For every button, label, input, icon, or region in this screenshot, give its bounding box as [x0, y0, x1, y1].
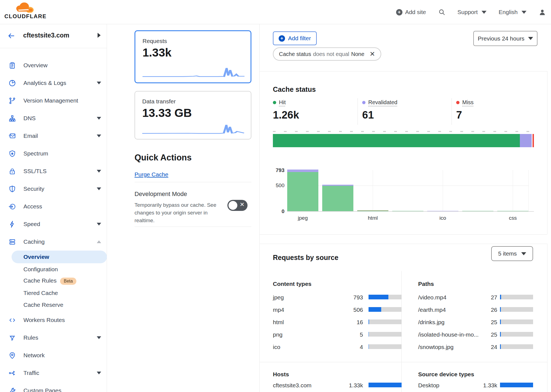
hit-label[interactable]: Hit	[279, 99, 286, 106]
sidebar-item-spectrum[interactable]: Spectrum	[0, 145, 107, 162]
chevron-down-icon	[97, 170, 101, 173]
wrench-icon	[9, 387, 16, 392]
sidebar-item-access[interactable]: Access	[0, 198, 107, 215]
chevron-down-icon	[97, 336, 101, 339]
purge-cache-link[interactable]: Purge Cache	[135, 171, 168, 178]
chevron-down-icon	[528, 37, 533, 40]
sidebar-item-workers-routes[interactable]: Workers Routes	[0, 311, 107, 329]
stack-segment-revalidated	[520, 134, 532, 147]
sidebar-subitem-tiered-cache[interactable]: Tiered Cache	[0, 287, 107, 299]
stat-miss: Miss 7	[456, 99, 474, 121]
items-count-dropdown[interactable]: 5 items	[491, 246, 533, 261]
sidebar-item-analytics-logs[interactable]: Analytics & Logs	[0, 74, 107, 92]
cache-status-stacked-bar	[273, 134, 534, 147]
miss-label[interactable]: Miss	[462, 99, 474, 106]
sidebar-item-custom-pages[interactable]: Custom Pages	[0, 382, 107, 392]
bar-segment-revalidated	[427, 211, 458, 211]
top-header: CLOUDFLARE + Add site Support English	[0, 0, 551, 24]
card-border	[547, 71, 547, 234]
sidebar-item-rules[interactable]: Rules	[0, 329, 107, 347]
revalidated-label[interactable]: Revalidated	[368, 99, 397, 106]
site-header: cftestsite3.com	[0, 24, 107, 48]
y-tick-0: 0	[260, 208, 284, 214]
sidebar-item-network[interactable]: Network	[0, 347, 107, 364]
user-avatar-icon	[539, 9, 546, 16]
sidebar-subitem-cache-reserve[interactable]: Cache Reserve	[0, 299, 107, 311]
paths-heading: Paths	[418, 281, 434, 287]
divider	[135, 182, 251, 182]
remove-filter-icon[interactable]: ✕	[370, 51, 375, 57]
search-icon	[438, 9, 445, 16]
list-item: html 16	[273, 316, 402, 329]
add-filter-button[interactable]: + Add filter	[273, 31, 317, 45]
x-tick-label: ico	[427, 215, 458, 221]
time-range-dropdown[interactable]: Previous 24 hours	[473, 31, 537, 46]
x-tick-label: html	[357, 215, 388, 221]
sidebar-item-email[interactable]: Email	[0, 127, 107, 145]
sidebar-item-dns[interactable]: DNS	[0, 109, 107, 127]
bar-segment-revalidated	[322, 185, 353, 186]
list-item: /snowtops.jpg 24	[418, 341, 548, 353]
development-mode-toggle[interactable]: ✕	[227, 200, 248, 211]
bar-segment-hit	[357, 211, 388, 211]
add-site-button[interactable]: + Add site	[396, 9, 426, 15]
list-item: /earth.mp4 26	[418, 304, 548, 316]
requests-metric-card[interactable]: Requests 1.33k	[135, 30, 251, 83]
list-item: Desktop 1.33k	[418, 379, 548, 392]
envelope-icon	[9, 132, 16, 140]
sidebar-item-caching[interactable]: Caching	[0, 233, 107, 251]
support-menu[interactable]: Support	[458, 9, 487, 15]
requests-value: 1.33k	[143, 46, 171, 59]
site-name: cftestsite3.com	[23, 32, 69, 39]
cloudflare-logo[interactable]: CLOUDFLARE	[4, 2, 46, 20]
sidebar-subitem-caching-overview[interactable]: Overview	[12, 251, 107, 263]
sidebar-subitem-cache-rules[interactable]: Cache RulesBeta	[0, 275, 107, 287]
language-menu[interactable]: English	[499, 9, 526, 15]
chevron-down-icon	[521, 252, 526, 255]
sidebar-item-speed[interactable]: Speed	[0, 215, 107, 233]
revalidated-legend-dot	[362, 101, 365, 104]
stack-segment-hit	[273, 134, 520, 147]
hit-legend-dot	[273, 101, 276, 104]
requests-label: Requests	[143, 38, 167, 44]
branch-icon	[9, 97, 16, 104]
x-tick-label: jpeg	[287, 215, 318, 221]
pie-chart-icon	[9, 79, 16, 87]
data-transfer-metric-card[interactable]: Data transfer 13.33 GB	[135, 91, 251, 139]
data-transfer-value: 13.33 GB	[142, 106, 192, 120]
sidebar-subitem-configuration[interactable]: Configuration	[0, 263, 107, 275]
lock-icon	[9, 168, 16, 175]
back-arrow-icon[interactable]	[8, 32, 15, 41]
sidebar-item-version-management[interactable]: Version Management	[0, 92, 107, 109]
plus-circle-icon: +	[279, 35, 285, 42]
sidebar-item-security[interactable]: Security	[0, 180, 107, 198]
x-tick-label: css	[497, 215, 528, 221]
bar-segment-hit	[322, 186, 353, 211]
chevron-down-icon	[482, 11, 487, 14]
funnel-icon	[9, 334, 16, 342]
account-menu[interactable]	[539, 9, 546, 16]
chevron-down-icon	[97, 135, 101, 137]
chevron-down-icon	[97, 82, 101, 84]
site-switcher-caret-icon[interactable]	[98, 33, 101, 38]
code-brackets-icon	[9, 316, 16, 324]
hosts-list: cftestsite3.com 1.33k	[273, 379, 402, 392]
cache-status-title: Cache status	[273, 85, 316, 93]
paths-list: /video.mp4 27 /earth.mp4 26 /drinks.jpg …	[418, 291, 548, 353]
search-button[interactable]	[438, 9, 445, 16]
divider	[260, 244, 547, 244]
sidebar-item-overview[interactable]: Overview	[0, 57, 107, 74]
y-tick-max: 793	[260, 167, 284, 173]
chevron-down-icon	[97, 372, 101, 374]
hosts-heading: Hosts	[273, 371, 289, 378]
sidebar-item-traffic[interactable]: Traffic	[0, 364, 107, 382]
bar-segment-revalidated	[287, 170, 318, 172]
chevron-down-icon	[97, 117, 101, 120]
filter-chip-cache-status[interactable]: Cache status does not equal None ✕	[273, 47, 381, 61]
sidebar-item-ssl-tls[interactable]: SSL/TLS	[0, 162, 107, 180]
caching-submenu: Overview Configuration Cache RulesBeta T…	[0, 251, 107, 311]
list-item: /video.mp4 27	[418, 291, 548, 304]
time-ticks	[273, 131, 534, 132]
list-item: png 5	[273, 329, 402, 341]
cloudflare-wordmark: CLOUDFLARE	[4, 13, 46, 20]
